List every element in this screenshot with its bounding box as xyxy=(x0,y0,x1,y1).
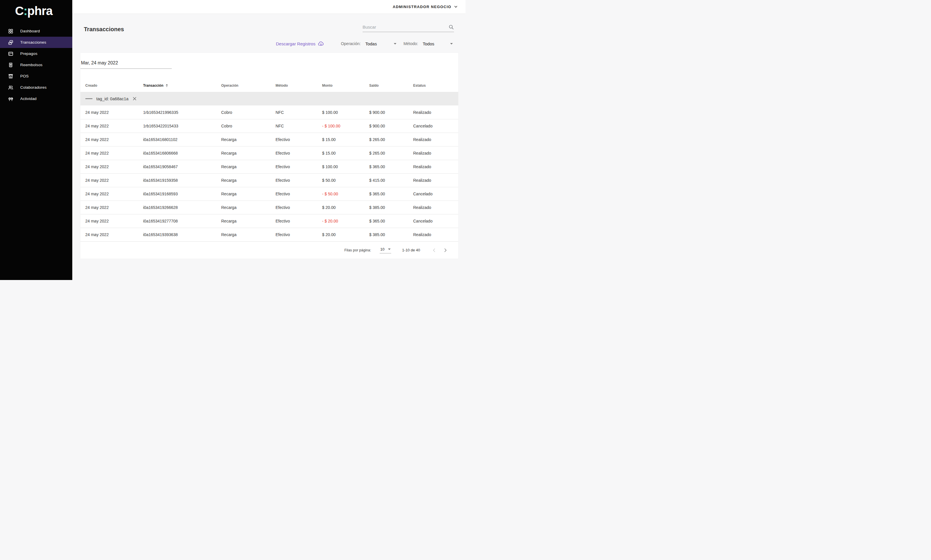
sidebar-item-dashboard[interactable]: Dashboard xyxy=(0,25,72,37)
table-row[interactable]: 24 may 2022 i0a1653419159358 Recarga Efe… xyxy=(80,173,458,187)
table-row[interactable]: 24 may 2022 i0a1653416801102 Recarga Efe… xyxy=(80,132,458,146)
sidebar-item-label: Colaboradores xyxy=(20,85,46,89)
search-field xyxy=(362,24,454,32)
receipt-icon xyxy=(8,62,14,68)
rows-per-page-label: Filas por página: xyxy=(344,248,371,252)
cell-creado: 24 may 2022 xyxy=(85,219,143,223)
search-icon[interactable] xyxy=(449,24,454,30)
cell-monto: $ 15.00 xyxy=(322,151,369,155)
cell-monto: $ 20.00 xyxy=(322,205,369,210)
sidebar-item-pos[interactable]: POS xyxy=(0,71,72,82)
filter-chip-row: tag_id: 0a68ac1a xyxy=(80,92,458,105)
sidebar-item-reembolsos[interactable]: Reembolsos xyxy=(0,59,72,71)
account-label: ADMINISTRADOR NEGOCIO xyxy=(393,5,451,9)
table-row[interactable]: 24 may 2022 i0a1653416806668 Recarga Efe… xyxy=(80,146,458,160)
cell-transaccion: 1rb1653421996335 xyxy=(143,110,221,115)
table-controls: Descargar Registros Operación: Todas Mét… xyxy=(276,40,453,47)
date-filter-field[interactable]: Mar, 24 may 2022 xyxy=(80,60,172,69)
cell-saldo: $ 385.00 xyxy=(369,232,413,237)
table-row[interactable]: 24 may 2022 i0a1653419277708 Recarga Efe… xyxy=(80,214,458,228)
column-header-monto[interactable]: Monto xyxy=(322,83,369,88)
cell-creado: 24 may 2022 xyxy=(85,232,143,237)
table-row[interactable]: 24 may 2022 1rb1653422015433 Cobro NFC -… xyxy=(80,119,458,132)
download-records-button[interactable]: Descargar Registros xyxy=(276,40,324,47)
column-header-operacion[interactable]: Operación xyxy=(221,83,276,88)
search-input[interactable] xyxy=(362,25,449,29)
cell-operacion: Recarga xyxy=(221,137,276,142)
pagination-controls xyxy=(429,245,451,256)
table-row[interactable]: 24 may 2022 i0a1653419266628 Recarga Efe… xyxy=(80,200,458,214)
transactions-card: Mar, 24 may 2022 Creado Transacción Oper… xyxy=(80,53,458,258)
download-records-label: Descargar Registros xyxy=(276,42,316,46)
cell-estatus: Cancelado xyxy=(413,192,458,196)
table-row[interactable]: 24 may 2022 i0a1653419058467 Recarga Efe… xyxy=(80,160,458,173)
sidebar-item-label: Prepagos xyxy=(20,51,37,56)
cell-creado: 24 may 2022 xyxy=(85,165,143,169)
sidebar-item-prepagos[interactable]: Prepagos xyxy=(0,48,72,59)
cell-monto: - $ 20.00 xyxy=(322,219,369,223)
date-filter-value: Mar, 24 may 2022 xyxy=(81,60,118,65)
cell-monto: - $ 50.00 xyxy=(322,192,369,196)
table-row[interactable]: 24 may 2022 i0a1653419168593 Recarga Efe… xyxy=(80,187,458,200)
table-row[interactable]: 24 may 2022 1rb1653421996335 Cobro NFC $… xyxy=(80,105,458,119)
cell-creado: 24 may 2022 xyxy=(85,124,143,128)
main-content: Transacciones Descargar Registros Operac… xyxy=(72,14,466,280)
cell-metodo: Efectivo xyxy=(276,192,322,196)
close-icon xyxy=(132,96,137,101)
cell-metodo: Efectivo xyxy=(276,178,322,183)
barrier-icon xyxy=(8,96,14,102)
cell-estatus: Realizado xyxy=(413,165,458,169)
cell-metodo: Efectivo xyxy=(276,232,322,237)
sidebar: C:phra Dashboard Transacciones Prepagos … xyxy=(0,0,72,280)
column-header-metodo[interactable]: Método xyxy=(276,83,322,88)
sidebar-item-actividad[interactable]: Actividad xyxy=(0,93,72,104)
cell-transaccion: i0a1653419168593 xyxy=(143,192,221,196)
sidebar-item-transacciones[interactable]: Transacciones xyxy=(0,37,72,48)
cell-operacion: Cobro xyxy=(221,124,276,128)
chevron-left-icon xyxy=(432,248,437,253)
column-header-saldo[interactable]: Saldo xyxy=(369,83,413,88)
previous-page-button[interactable] xyxy=(429,245,440,256)
cell-estatus: Cancelado xyxy=(413,219,458,223)
transactions-cards-icon xyxy=(8,40,14,45)
cell-saldo: $ 265.00 xyxy=(369,137,413,142)
cell-estatus: Realizado xyxy=(413,151,458,155)
sidebar-item-label: Actividad xyxy=(20,97,37,101)
sidebar-item-label: POS xyxy=(20,74,29,78)
method-filter-select[interactable]: Todos xyxy=(423,42,453,46)
cell-saldo: $ 365.00 xyxy=(369,219,413,223)
cell-monto: $ 100.00 xyxy=(322,110,369,115)
cell-saldo: $ 365.00 xyxy=(369,165,413,169)
table-header-row: Creado Transacción Operación Método Mont… xyxy=(80,79,458,92)
cell-transaccion: i0a1653419159358 xyxy=(143,178,221,183)
cloud-download-icon xyxy=(318,40,324,47)
column-header-estatus[interactable]: Estatus xyxy=(413,83,458,88)
operation-filter-select[interactable]: Todas xyxy=(365,42,396,46)
sidebar-item-label: Dashboard xyxy=(20,29,40,33)
column-header-label: Transacción xyxy=(143,83,163,88)
cell-creado: 24 may 2022 xyxy=(85,151,143,155)
cell-operacion: Recarga xyxy=(221,219,276,223)
cell-monto: $ 20.00 xyxy=(322,232,369,237)
cell-estatus: Cancelado xyxy=(413,124,458,128)
cell-transaccion: i0a1653419277708 xyxy=(143,219,221,223)
rows-per-page-select[interactable]: 10 xyxy=(380,247,391,254)
filter-chip-close-button[interactable] xyxy=(132,96,137,101)
sidebar-nav: Dashboard Transacciones Prepagos Reembol… xyxy=(0,25,72,104)
table-row[interactable]: 24 may 2022 i0a1653419393638 Recarga Efe… xyxy=(80,228,458,241)
cell-monto: $ 50.00 xyxy=(322,178,369,183)
sidebar-item-colaboradores[interactable]: Colaboradores xyxy=(0,82,72,93)
grid-icon xyxy=(8,28,14,34)
top-bar: ADMINISTRADOR NEGOCIO xyxy=(72,0,466,14)
operation-filter-value: Todas xyxy=(365,42,377,46)
account-menu-button[interactable]: ADMINISTRADOR NEGOCIO xyxy=(393,5,458,9)
dropdown-arrow-icon xyxy=(450,43,453,45)
cell-operacion: Recarga xyxy=(221,165,276,169)
column-header-transaccion[interactable]: Transacción xyxy=(143,83,221,88)
cell-metodo: Efectivo xyxy=(276,137,322,142)
cell-operacion: Recarga xyxy=(221,151,276,155)
next-page-button[interactable] xyxy=(440,245,451,256)
column-header-creado[interactable]: Creado xyxy=(85,83,143,88)
cell-estatus: Realizado xyxy=(413,205,458,210)
method-filter-value: Todos xyxy=(423,42,434,46)
